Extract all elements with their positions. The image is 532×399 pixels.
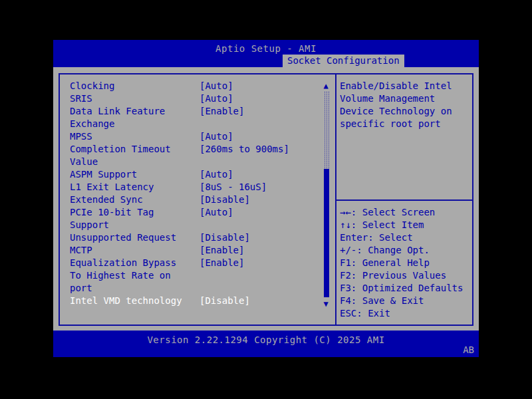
setting-row[interactable]: L1 Exit Latency[8uS - 16uS] [60,181,335,194]
help-text-line: Enable/Disable Intel [340,80,472,92]
setting-label: Support [70,219,109,230]
legend-entry: F3: Optimized Defaults [340,282,463,295]
header-bar: Aptio Setup - AMI Socket Configuration [53,40,479,67]
setting-label: Intel VMD technology [70,295,182,306]
setting-row[interactable]: Unsupported Request[Disable] [60,231,335,244]
setting-label: Value [70,156,98,167]
content-frame: Clocking[Auto] SRIS[Auto] Data Link Feat… [59,73,473,326]
bios-screen: Aptio Setup - AMI Socket Configuration C… [53,40,479,359]
setting-label: ASPM Support [70,169,137,180]
scroll-up-icon[interactable]: ▲ [321,82,331,90]
setting-label: port [70,283,92,293]
setting-label: L1 Exit Latency [70,182,154,192]
setting-row[interactable]: Intel VMD technology[Disable] [60,295,335,307]
setting-label: MCTP [70,245,92,255]
legend-entry: ↑↓: Select Item [340,219,463,231]
setting-row[interactable]: Support [60,219,335,231]
setting-row[interactable]: Completion Timeout[260ms to 900ms] [60,143,335,156]
setting-value: [Enable] [200,257,244,269]
setting-value: [Auto] [200,130,233,143]
settings-list: Clocking[Auto] SRIS[Auto] Data Link Feat… [60,74,335,325]
legend-entry: F1: General Help [340,257,463,269]
help-text-line: Device Technology on [340,105,472,118]
setting-value: [Auto] [200,206,233,219]
setting-row[interactable]: Extended Sync[Disable] [60,194,335,206]
legend-entry: →←: Select Screen [340,206,463,219]
scrollbar-track [324,91,329,169]
setting-value: [Enable] [200,244,244,257]
app-title: Aptio Setup - AMI [53,40,479,55]
scrollbar-thumb[interactable] [324,169,329,297]
setting-label: To Highest Rate on [70,270,171,281]
setting-row[interactable]: Exchange [60,118,335,130]
key-legend: →←: Select Screen ↑↓: Select Item Enter:… [340,206,463,320]
help-panel: Enable/Disable Intel Volume Management D… [336,74,472,325]
setting-label: Clocking [70,80,114,91]
tab-socket-configuration[interactable]: Socket Configuration [283,55,404,67]
footer-bar: Version 2.22.1294 Copyright (C) 2025 AMI… [53,331,479,357]
setting-row[interactable]: MCTP[Enable] [60,244,335,257]
setting-value: [Auto] [200,92,233,105]
setting-row[interactable]: PCIe 10-bit Tag[Auto] [60,206,335,219]
help-legend-divider [336,200,472,201]
setting-row[interactable]: Clocking[Auto] [60,80,335,92]
setting-value: [Disable] [200,231,250,244]
setting-row[interactable]: SRIS[Auto] [60,92,335,105]
setting-row[interactable]: Value [60,156,335,168]
legend-entry: Enter: Select [340,231,463,244]
setting-label: Data Link Feature [70,106,165,116]
legend-entry: ESC: Exit [340,307,463,320]
setting-label: MPSS [70,131,92,142]
setting-label: SRIS [70,93,92,104]
setting-row[interactable]: To Highest Rate on [60,269,335,282]
scroll-down-icon[interactable]: ▼ [321,300,331,308]
footer-corner-code: AB [463,345,474,354]
main-area: Clocking[Auto] SRIS[Auto] Data Link Feat… [53,67,479,331]
setting-row[interactable]: MPSS[Auto] [60,130,335,143]
legend-entry: F4: Save & Exit [340,295,463,307]
setting-value: [260ms to 900ms] [200,143,289,156]
help-text-line: Volume Management [340,92,472,105]
version-text: Version 2.22.1294 Copyright (C) 2025 AMI [53,331,479,346]
setting-value: [Disable] [200,194,250,206]
legend-entry: F2: Previous Values [340,269,463,282]
setting-value: [Auto] [200,168,233,181]
setting-value: [8uS - 16uS] [200,181,267,194]
help-text-line: specific root port [340,118,472,130]
setting-label: Equalization Bypass [70,257,176,268]
setting-label: Unsupported Request [70,232,176,243]
setting-value: [Auto] [200,80,233,92]
legend-entry: +/-: Change Opt. [340,244,463,257]
setting-value: [Disable] [200,295,250,307]
setting-row[interactable]: Data Link Feature[Enable] [60,105,335,118]
setting-row[interactable]: Equalization Bypass[Enable] [60,257,335,269]
setting-label: Extended Sync [70,194,143,205]
setting-row[interactable]: port [60,282,335,295]
setting-label: Completion Timeout [70,144,171,154]
setting-value: [Enable] [200,105,244,118]
desktop: { "colors": { "bios_blue": "#0000aa", "b… [0,0,532,399]
setting-row[interactable]: ASPM Support[Auto] [60,168,335,181]
setting-label: PCIe 10-bit Tag [70,207,154,217]
setting-label: Exchange [70,118,114,129]
